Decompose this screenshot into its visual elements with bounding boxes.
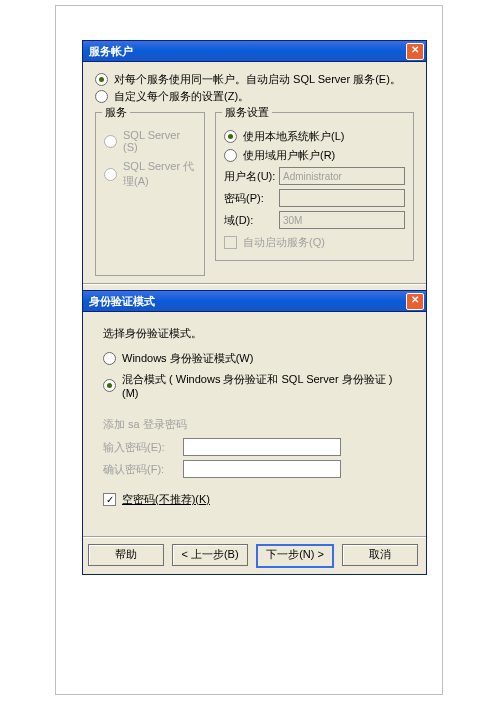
radio-icon: [224, 130, 237, 143]
button-row: 帮助 < 上一步(B) 下一步(N) > 取消: [83, 537, 426, 574]
services-legend: 服务: [102, 105, 130, 120]
radio-icon: [224, 149, 237, 162]
opt-windows-auth[interactable]: Windows 身份验证模式(W): [103, 351, 406, 366]
username-input: Administrator: [279, 167, 405, 185]
sa-password-label: 添加 sa 登录密码: [103, 417, 406, 432]
windows-auth-label: Windows 身份验证模式(W): [122, 351, 253, 366]
enter-password-input[interactable]: [183, 438, 341, 456]
enter-password-label: 输入密码(E):: [103, 440, 183, 455]
checkbox-icon: [103, 493, 116, 506]
dialog-body: 选择身份验证模式。 Windows 身份验证模式(W) 混合模式 ( Windo…: [83, 312, 426, 537]
domain-label: 域(D):: [224, 213, 279, 228]
confirm-password-row: 确认密码(F):: [103, 460, 406, 478]
chk-blank-password[interactable]: 空密码(不推荐)(K): [103, 492, 406, 507]
close-icon[interactable]: ✕: [406, 43, 424, 60]
services-group: 服务 SQL Server (S) SQL Server 代理(A): [95, 112, 205, 276]
mixed-mode-label: 混合模式 ( Windows 身份验证和 SQL Server 身份验证 )(M…: [122, 372, 406, 399]
opt-same-label: 对每个服务使用同一帐户。自动启动 SQL Server 服务(E)。: [114, 72, 401, 87]
dialog-title: 身份验证模式: [89, 294, 406, 309]
settings-legend: 服务设置: [222, 105, 272, 120]
cancel-button[interactable]: 取消: [342, 544, 418, 566]
autostart-label: 自动启动服务(Q): [243, 235, 325, 250]
auth-heading: 选择身份验证模式。: [103, 326, 406, 341]
confirm-password-input[interactable]: [183, 460, 341, 478]
enter-password-row: 输入密码(E):: [103, 438, 406, 456]
titlebar[interactable]: 身份验证模式 ✕: [83, 291, 426, 312]
radio-icon: [95, 90, 108, 103]
close-icon[interactable]: ✕: [406, 293, 424, 310]
radio-icon: [104, 168, 117, 181]
opt-same-account[interactable]: 对每个服务使用同一帐户。自动启动 SQL Server 服务(E)。: [95, 72, 414, 87]
password-input: [279, 189, 405, 207]
service-account-dialog: 服务帐户 ✕ 对每个服务使用同一帐户。自动启动 SQL Server 服务(E)…: [82, 40, 427, 322]
opt-local-label: 使用本地系统帐户(L): [243, 129, 344, 144]
back-button[interactable]: < 上一步(B): [172, 544, 248, 566]
radio-icon: [103, 352, 116, 365]
service-settings-group: 服务设置 使用本地系统帐户(L) 使用域用户帐户(R) 用户名(U): Admi…: [215, 112, 414, 261]
svc-sql-label: SQL Server (S): [123, 129, 196, 153]
dialog-body: 对每个服务使用同一帐户。自动启动 SQL Server 服务(E)。 自定义每个…: [83, 62, 426, 284]
password-label: 密码(P):: [224, 191, 279, 206]
domain-input: 30M: [279, 211, 405, 229]
chk-autostart: 自动启动服务(Q): [224, 235, 405, 250]
svc-agent-label: SQL Server 代理(A): [123, 159, 196, 189]
blank-password-label: 空密码(不推荐)(K): [122, 492, 210, 507]
titlebar[interactable]: 服务帐户 ✕: [83, 41, 426, 62]
username-label: 用户名(U):: [224, 169, 279, 184]
opt-domain-label: 使用域用户帐户(R): [243, 148, 335, 163]
help-button[interactable]: 帮助: [88, 544, 164, 566]
radio-icon: [95, 73, 108, 86]
svc-sqlserver: SQL Server (S): [104, 129, 196, 153]
svc-agent: SQL Server 代理(A): [104, 159, 196, 189]
radio-icon: [104, 135, 117, 148]
radio-icon: [103, 379, 116, 392]
opt-domain-user[interactable]: 使用域用户帐户(R): [224, 148, 405, 163]
checkbox-icon: [224, 236, 237, 249]
opt-customize[interactable]: 自定义每个服务的设置(Z)。: [95, 89, 414, 104]
confirm-password-label: 确认密码(F):: [103, 462, 183, 477]
dialog-title: 服务帐户: [89, 44, 406, 59]
opt-mixed-mode[interactable]: 混合模式 ( Windows 身份验证和 SQL Server 身份验证 )(M…: [103, 372, 406, 399]
opt-local-system[interactable]: 使用本地系统帐户(L): [224, 129, 405, 144]
next-button[interactable]: 下一步(N) >: [256, 544, 334, 568]
auth-mode-dialog: 身份验证模式 ✕ 选择身份验证模式。 Windows 身份验证模式(W) 混合模…: [82, 290, 427, 575]
opt-custom-label: 自定义每个服务的设置(Z)。: [114, 89, 249, 104]
